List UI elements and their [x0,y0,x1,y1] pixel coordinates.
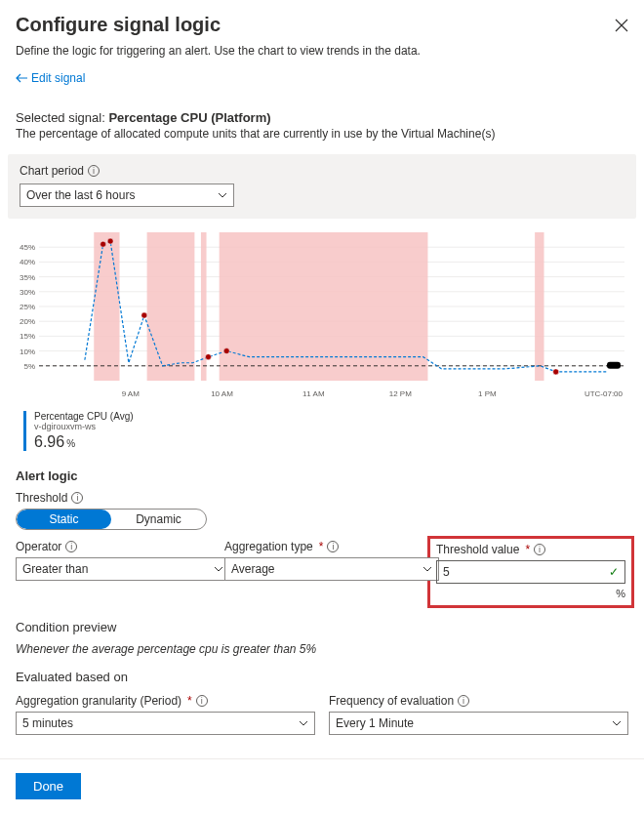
threshold-value-label: Threshold value [436,543,519,556]
info-icon[interactable]: i [327,541,339,552]
svg-text:UTC-07:00: UTC-07:00 [584,389,624,398]
threshold-static-option[interactable]: Static [17,510,111,529]
granularity-select[interactable]: 5 minutes [16,712,315,735]
info-icon[interactable]: i [88,165,100,177]
svg-text:20%: 20% [20,317,35,326]
svg-point-34 [223,348,229,354]
svg-text:10%: 10% [20,347,35,356]
threshold-label: Threshold [16,491,67,505]
threshold-value-input[interactable]: 5 ✓ [436,560,625,584]
page-title: Configure signal logic [16,14,221,36]
selected-signal-description: The percentage of allocated compute unit… [16,127,628,141]
info-icon[interactable]: i [65,541,77,552]
svg-text:25%: 25% [20,303,35,311]
done-button[interactable]: Done [16,773,81,799]
threshold-dynamic-option[interactable]: Dynamic [111,510,206,529]
svg-point-32 [141,312,147,318]
condition-preview-heading: Condition preview [16,620,628,634]
info-icon[interactable]: i [196,695,208,707]
chevron-down-icon [299,720,308,726]
chart-legend: Percentage CPU (Avg) v-dgirouxvm-ws 6.96… [23,411,628,451]
close-icon[interactable] [615,19,628,36]
chevron-down-icon [612,720,622,726]
svg-text:15%: 15% [20,332,35,341]
signal-chart: 5%10%15%20%25%30%35%40%45%9 AM10 AM11 AM… [10,226,634,405]
info-icon[interactable]: i [534,544,545,555]
edit-signal-link[interactable]: Edit signal [16,71,85,85]
svg-text:40%: 40% [20,258,35,266]
svg-rect-36 [607,362,621,369]
svg-text:1 PM: 1 PM [478,389,497,398]
page-subtitle: Define the logic for triggering an alert… [16,44,628,58]
svg-rect-19 [147,232,195,381]
granularity-label: Aggregation granularity (Period) [16,694,181,708]
svg-point-33 [205,354,211,360]
frequency-select[interactable]: Every 1 Minute [329,712,628,735]
chevron-down-icon [423,566,432,572]
threshold-value-highlight: Threshold value * i 5 ✓ % [427,536,634,608]
info-icon[interactable]: i [71,492,83,504]
svg-point-31 [107,238,113,244]
chart-period-select[interactable]: Over the last 6 hours [20,184,234,207]
operator-select[interactable]: Greater than [16,557,230,581]
svg-point-30 [101,241,106,247]
evaluated-heading: Evaluated based on [16,670,628,684]
svg-text:30%: 30% [20,288,35,297]
svg-point-35 [553,369,559,375]
chart-period-label: Chart period [20,164,84,178]
svg-rect-18 [94,232,119,381]
aggregation-type-label: Aggregation type [224,540,313,553]
svg-text:10 AM: 10 AM [211,389,233,398]
chevron-down-icon [218,192,227,198]
svg-text:9 AM: 9 AM [122,389,141,398]
threshold-toggle[interactable]: Static Dynamic [16,509,207,530]
check-icon: ✓ [609,565,619,579]
info-icon[interactable]: i [458,695,469,707]
svg-rect-21 [220,232,428,381]
alert-logic-heading: Alert logic [16,469,628,483]
aggregation-type-select[interactable]: Average [224,557,439,581]
svg-text:45%: 45% [20,243,35,252]
svg-text:12 PM: 12 PM [389,389,412,398]
frequency-label: Frequency of evaluation [329,694,454,708]
svg-text:11 AM: 11 AM [302,389,325,398]
condition-preview-text: Whenever the average percentage cpu is g… [16,642,628,656]
operator-label: Operator [16,540,61,553]
svg-rect-22 [535,232,543,381]
selected-signal-label: Selected signal: Percentage CPU (Platfor… [16,110,628,125]
threshold-unit: % [436,588,625,599]
svg-text:5%: 5% [23,362,35,371]
svg-text:35%: 35% [20,273,35,282]
edit-signal-label: Edit signal [31,71,85,85]
chevron-down-icon [214,566,223,572]
